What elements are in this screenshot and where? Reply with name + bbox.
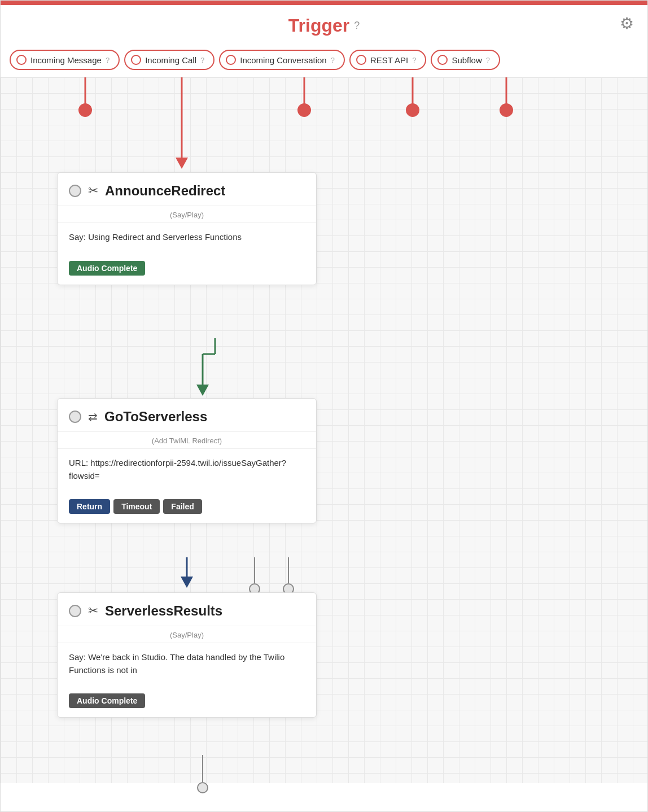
card-footer-serverless-results: Audio Complete <box>58 686 316 717</box>
card-header-go-to-serverless: ⇄ GoToServerless <box>58 399 316 432</box>
say-play-icon-announce: ✂ <box>88 184 98 198</box>
tab-label-incoming-call: Incoming Call <box>145 55 196 65</box>
flow-canvas: ✂ AnnounceRedirect (Say/Play) Say: Using… <box>1 77 647 783</box>
red-dot-rest-api <box>406 103 419 117</box>
tab-incoming-message[interactable]: Incoming Message ? <box>10 50 120 70</box>
card-footer-announce-redirect: Audio Complete <box>58 253 316 285</box>
say-play-icon-serverless: ✂ <box>88 604 98 618</box>
tab-label-subflow: Subflow <box>452 55 481 65</box>
red-dot-incoming-conversation <box>297 103 311 117</box>
svg-marker-10 <box>196 385 209 396</box>
failed-badge[interactable]: Failed <box>163 499 202 514</box>
tab-help-incoming-message[interactable]: ? <box>106 56 110 64</box>
tab-help-rest-api[interactable]: ? <box>412 56 416 64</box>
tab-radio-rest-api <box>356 55 366 65</box>
card-radio-serverless-results <box>69 605 81 617</box>
tab-help-incoming-call[interactable]: ? <box>200 56 204 64</box>
app-wrapper: Trigger ? ⚙ Incoming Message ? Incoming … <box>0 0 648 812</box>
tab-label-incoming-message: Incoming Message <box>30 55 102 65</box>
card-radio-announce-redirect <box>69 185 81 197</box>
red-dot-incoming-message <box>78 103 92 117</box>
card-subtitle-go-to-serverless: (Add TwiML Redirect) <box>58 432 316 449</box>
card-title-announce-redirect: AnnounceRedirect <box>105 183 225 199</box>
tab-label-incoming-conversation: Incoming Conversation <box>240 55 326 65</box>
tab-help-subflow[interactable]: ? <box>486 56 490 64</box>
red-dot-subflow <box>500 103 513 117</box>
tab-incoming-call[interactable]: Incoming Call ? <box>124 50 214 70</box>
svg-marker-12 <box>181 577 193 588</box>
card-subtitle-announce-redirect: (Say/Play) <box>58 206 316 223</box>
card-title-serverless-results: ServerlessResults <box>105 603 222 619</box>
tab-subflow[interactable]: Subflow ? <box>431 50 500 70</box>
header: Trigger ? ⚙ <box>1 5 647 44</box>
card-announce-redirect[interactable]: ✂ AnnounceRedirect (Say/Play) Say: Using… <box>57 172 317 285</box>
trigger-tabs-bar: Incoming Message ? Incoming Call ? Incom… <box>1 44 647 77</box>
audio-complete-badge-announce[interactable]: Audio Complete <box>69 261 145 276</box>
audio-complete-badge-serverless[interactable]: Audio Complete <box>69 693 145 708</box>
card-go-to-serverless[interactable]: ⇄ GoToServerless (Add TwiML Redirect) UR… <box>57 398 317 523</box>
tab-rest-api[interactable]: REST API ? <box>349 50 427 70</box>
card-body-go-to-serverless: URL: https://redirectionforpii-2594.twil… <box>58 449 316 491</box>
tab-radio-subflow <box>437 55 448 65</box>
card-subtitle-serverless-results: (Say/Play) <box>58 626 316 643</box>
card-header-serverless-results: ✂ ServerlessResults <box>58 593 316 626</box>
gear-icon[interactable]: ⚙ <box>620 14 634 33</box>
card-header-announce-redirect: ✂ AnnounceRedirect <box>58 173 316 206</box>
redirect-icon-go-serverless: ⇄ <box>88 410 98 424</box>
timeout-badge[interactable]: Timeout <box>113 499 160 514</box>
tab-label-rest-api: REST API <box>370 55 408 65</box>
card-body-serverless-results: Say: We're back in Studio. The data hand… <box>58 643 316 686</box>
card-serverless-results[interactable]: ✂ ServerlessResults (Say/Play) Say: We'r… <box>57 592 317 718</box>
output-dot-serverless-results <box>197 782 208 793</box>
card-title-go-to-serverless: GoToServerless <box>104 409 207 425</box>
help-icon[interactable]: ? <box>354 20 360 32</box>
svg-marker-3 <box>176 158 188 169</box>
page-title: Trigger <box>288 15 349 36</box>
card-radio-go-to-serverless <box>69 411 81 423</box>
tab-radio-incoming-conversation <box>226 55 236 65</box>
card-body-announce-redirect: Say: Using Redirect and Serverless Funct… <box>58 223 316 253</box>
tab-radio-incoming-call <box>131 55 141 65</box>
tab-radio-incoming-message <box>16 55 27 65</box>
tab-help-incoming-conversation[interactable]: ? <box>331 56 335 64</box>
top-bar <box>1 1 647 5</box>
tab-incoming-conversation[interactable]: Incoming Conversation ? <box>219 50 345 70</box>
card-footer-go-to-serverless: Return Timeout Failed <box>58 491 316 523</box>
return-badge[interactable]: Return <box>69 499 110 514</box>
